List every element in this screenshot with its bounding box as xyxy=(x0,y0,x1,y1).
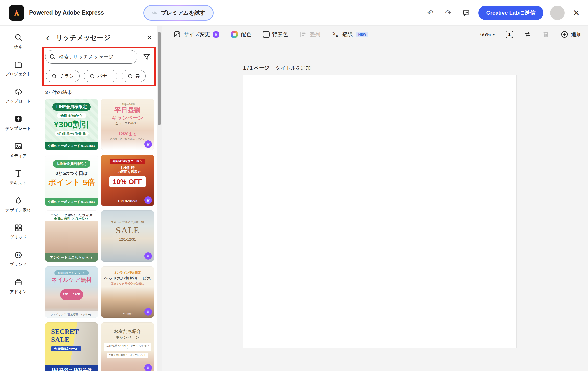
page-number-button[interactable]: 1 xyxy=(506,31,513,38)
panel-close-button[interactable]: ✕ xyxy=(147,34,152,42)
chip-banner[interactable]: バナー xyxy=(84,70,117,82)
template-card[interactable]: 期間限定特別クーポンお会計時この画面を提示で10% OFF10/10-10/20… xyxy=(101,155,154,206)
template-text: ポイント 5倍 xyxy=(48,177,95,188)
template-card[interactable]: お友だち紹介キャンペーンご紹介者様 3,000円OFF クーポンプレゼントご友人… xyxy=(101,322,154,371)
close-app-button[interactable]: ✕ xyxy=(571,8,581,18)
chip-label: チラシ xyxy=(60,73,74,79)
resize-label: サイズ変更 xyxy=(184,31,210,38)
premium-crown-icon: ♛ xyxy=(213,31,219,38)
template-search-input[interactable] xyxy=(45,50,137,64)
template-text: 10/10-10/20 xyxy=(117,199,137,204)
template-text: 0と5のつく日は xyxy=(55,171,88,176)
template-card[interactable]: 期間限定キャンペーンネイルケア無料12/1 → 12/31ファイリング / 甘皮… xyxy=(45,266,98,318)
premium-crown-icon: ♛ xyxy=(144,308,152,316)
resize-button[interactable]: サイズ変更 ♛ xyxy=(173,30,219,38)
template-card[interactable]: SECRETSALE会員様限定セール12/1 12:00 〜 12/31 11:… xyxy=(45,322,98,371)
topbar: Powered by Adobe Express プレミアムを試す ↶ ↷ Cr… xyxy=(0,0,588,26)
template-card[interactable]: オンライン予約限定ヘッドスパ無料サービス頭皮すっきり軽やかな髪にご予約は♛ xyxy=(101,266,154,318)
template-text: 頭皮すっきり軽やかな髪に xyxy=(111,282,144,285)
sidebar-item-media[interactable]: メディア xyxy=(2,139,34,161)
svg-text:B: B xyxy=(17,253,20,257)
delete-page-button[interactable] xyxy=(542,31,550,38)
redo-button[interactable]: ↷ xyxy=(443,7,454,18)
zoom-control[interactable]: 66% ▾ xyxy=(480,31,495,37)
undo-button[interactable]: ↶ xyxy=(425,7,436,18)
template-card[interactable]: スキンケア商品がお買い得SALE12/1-12/31♛ xyxy=(101,210,154,262)
canvas-toolbar: サイズ変更 ♛ 配色 背景色 整列 文A 翻訳 NEW 66% xyxy=(162,26,588,43)
chip-spring[interactable]: 春 xyxy=(122,70,146,82)
search-icon xyxy=(127,73,133,79)
filter-button[interactable] xyxy=(143,53,150,61)
canvas-area: 1 / 1 ページ - タイトルを追加 xyxy=(243,75,517,348)
template-text: キャンペーン xyxy=(112,115,143,121)
page-title-placeholder: - タイトルを追加 xyxy=(272,65,311,70)
back-button[interactable]: ‹ xyxy=(46,33,49,43)
sidebar-item-projects[interactable]: プロジェクト xyxy=(2,57,34,79)
sidebar-item-upload[interactable]: アップロード xyxy=(2,85,34,106)
plus-circle-icon xyxy=(561,30,568,38)
powered-by-label: Powered by Adobe Express xyxy=(29,9,104,16)
sidebar-item-grid[interactable]: グリッド xyxy=(2,221,34,242)
search-row xyxy=(45,50,162,64)
chevron-left-icon: ‹ xyxy=(46,32,49,43)
template-text: ネイルケア無料 xyxy=(51,276,92,284)
user-avatar[interactable] xyxy=(550,6,565,20)
crown-icon xyxy=(152,10,158,16)
close-icon: ✕ xyxy=(573,8,580,17)
template-text: 12/1-12/31 xyxy=(119,237,136,242)
template-text: ご紹介者様 3,000円OFF クーポンプレゼント xyxy=(104,343,151,351)
media-image-icon xyxy=(14,141,23,151)
template-text: SALE xyxy=(116,224,139,236)
color-scheme-button[interactable]: 配色 xyxy=(231,31,251,38)
sidebar-item-addons[interactable]: アドオン xyxy=(2,275,34,297)
reorder-pages-button[interactable] xyxy=(524,31,531,38)
search-icon xyxy=(14,33,23,42)
translate-label: 翻訳 xyxy=(342,31,353,38)
sidebar-item-design-assets[interactable]: デザイン素材 xyxy=(2,193,34,215)
template-card[interactable]: 12時〜16時平日昼割キャンペーン全コース15%OFF12/20までこの機会にぜ… xyxy=(101,99,154,150)
chip-flyer[interactable]: チラシ xyxy=(46,70,80,82)
sidebar-item-label: テキスト xyxy=(10,180,27,186)
template-card[interactable]: アンケートにお答えいただいた方全員に 無料 でプレゼントアンケートはこちらから … xyxy=(45,210,98,262)
template-text: 12/20まで xyxy=(118,132,136,137)
panel-scrollbar-thumb[interactable] xyxy=(158,32,161,125)
results-count: 37 件の結果 xyxy=(45,89,162,96)
send-to-creative-lab-button[interactable]: Creative Labに送信 xyxy=(478,6,543,20)
premium-trial-button[interactable]: プレミアムを試す xyxy=(143,5,214,21)
background-color-button[interactable]: 背景色 xyxy=(263,31,288,38)
template-text: LINE会員様限定 xyxy=(53,160,90,168)
template-text: 期間限定キャンペーン xyxy=(54,270,89,275)
chip-label: 春 xyxy=(135,73,140,79)
color-scheme-label: 配色 xyxy=(241,31,251,38)
template-text: スキンケア商品がお買い得 xyxy=(111,220,144,224)
template-text: アンケートにお答えいただいた方 xyxy=(51,213,92,217)
chip-label: バナー xyxy=(97,73,112,79)
template-text: アンケートはこちらから ▼ xyxy=(45,253,98,262)
template-card[interactable]: LINE会員様限定合計金額から¥300割引6月3日(月)〜6月9日(日)今週のク… xyxy=(45,99,98,150)
template-text: ご友人 初回無料 クーポンプレゼント xyxy=(107,353,148,358)
upload-cloud-icon xyxy=(14,87,23,96)
sidebar-item-brand[interactable]: B ブランド xyxy=(2,248,34,270)
template-text: キャンペーン xyxy=(115,335,140,340)
translate-button[interactable]: 文A 翻訳 NEW xyxy=(332,30,368,38)
background-color-icon xyxy=(263,31,270,38)
template-card[interactable]: LINE会員様限定0と5のつく日はポイント 5倍今週のクーポンコード 01234… xyxy=(45,155,98,206)
template-text: 12/1 → 12/31 xyxy=(60,289,83,300)
resize-icon xyxy=(173,30,181,38)
page-counter: 1 / 1 ページ xyxy=(243,65,269,70)
zoom-value: 66% xyxy=(480,31,491,37)
undo-icon: ↶ xyxy=(427,8,433,17)
brand-icon: B xyxy=(14,250,23,260)
sidebar-item-templates[interactable]: テンプレート xyxy=(2,112,34,134)
align-button[interactable]: 整列 xyxy=(299,30,320,38)
panel-title: リッチメッセージ xyxy=(56,33,110,42)
sidebar-item-search[interactable]: 検索 xyxy=(2,30,34,52)
adobe-express-logo-icon xyxy=(9,5,24,21)
sidebar-item-text[interactable]: テキスト xyxy=(2,166,34,188)
canvas-page[interactable] xyxy=(243,75,517,348)
add-page-button[interactable]: 追加 xyxy=(561,30,582,38)
sidebar-item-label: アドオン xyxy=(10,289,27,295)
template-text: この画面を提示で xyxy=(114,170,140,174)
background-color-label: 背景色 xyxy=(272,31,288,38)
feedback-button[interactable] xyxy=(461,7,472,18)
